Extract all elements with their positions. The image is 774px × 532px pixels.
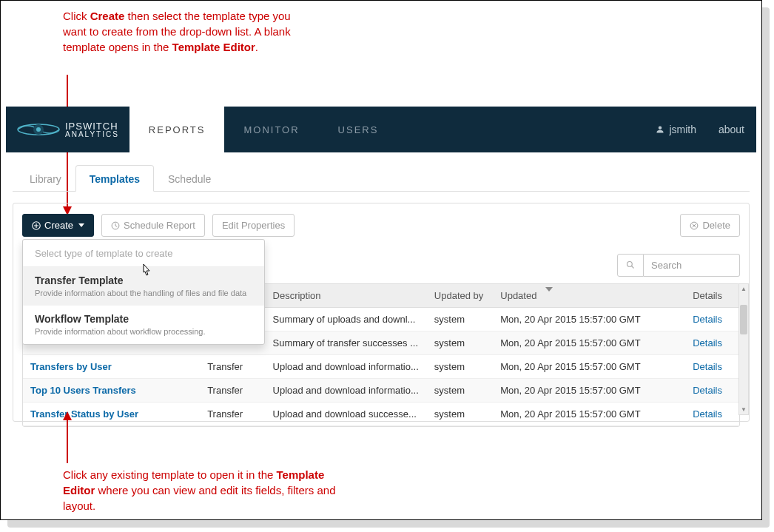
cell-updated: Mon, 20 Apr 2015 15:57:00 GMT — [493, 331, 685, 355]
svg-point-4 — [36, 127, 41, 132]
brand-line1: IPSWITCH — [65, 121, 119, 131]
cell-desc: Summary of uploads and downl... — [266, 308, 427, 331]
search-button[interactable] — [617, 254, 644, 277]
nav-tab-reports[interactable]: REPORTS — [129, 107, 225, 152]
create-dropdown: Select type of template to create Transf… — [22, 239, 265, 345]
subtab-templates[interactable]: Templates — [75, 165, 154, 192]
delete-button[interactable]: Delete — [680, 214, 740, 237]
cell-type: Transfer — [200, 379, 265, 403]
brand-line2: ANALYTICS — [65, 131, 119, 138]
brand-logo: IPSWITCH ANALYTICS — [6, 107, 129, 152]
details-link[interactable]: Details — [693, 385, 722, 396]
cell-desc: Upload and download successe... — [266, 403, 427, 426]
cell-updated-by: system — [427, 308, 493, 331]
cell-updated-by: system — [427, 379, 493, 403]
details-link[interactable]: Details — [693, 408, 722, 420]
scroll-down-icon: ▼ — [739, 406, 748, 413]
details-link[interactable]: Details — [693, 361, 722, 372]
cell-desc: Summary of transfer successes ... — [266, 331, 427, 355]
annotation-bottom: Click any existing template to open it i… — [63, 467, 344, 514]
details-link[interactable]: Details — [693, 314, 722, 325]
table-row: Top 10 Users TransfersTransferUpload and… — [23, 379, 739, 403]
cell-type: Transfer — [200, 403, 265, 426]
schedule-report-button[interactable]: Schedule Report — [101, 214, 205, 237]
plus-circle-icon — [32, 221, 41, 230]
edit-properties-button[interactable]: Edit Properties — [212, 214, 295, 237]
scrollbar-thumb[interactable] — [740, 305, 747, 334]
search-icon — [626, 260, 635, 269]
cell-updated-by: system — [427, 331, 493, 355]
sort-desc-icon — [545, 287, 553, 292]
th-updated-by[interactable]: Updated by — [427, 284, 493, 308]
cell-updated: Mon, 20 Apr 2015 15:57:00 GMT — [493, 308, 685, 331]
th-description[interactable]: Description — [266, 284, 427, 308]
scroll-up-icon: ▲ — [739, 286, 748, 292]
svg-point-8 — [627, 262, 633, 267]
search-input[interactable] — [644, 254, 740, 277]
clock-icon — [111, 221, 120, 230]
nav-tab-monitor[interactable]: MONITOR — [224, 107, 318, 152]
th-updated[interactable]: Updated — [493, 284, 685, 308]
cursor-pointer-icon — [139, 263, 152, 279]
table-row: Transfer Status by UserTransferUpload an… — [23, 403, 739, 426]
nav-user[interactable]: jsmith — [656, 124, 696, 135]
cell-updated-by: system — [427, 355, 493, 379]
x-circle-icon — [690, 221, 699, 230]
cell-desc: Upload and download informatio... — [266, 379, 427, 403]
cell-updated: Mon, 20 Apr 2015 15:57:00 GMT — [493, 403, 685, 426]
subtab-schedule[interactable]: Schedule — [154, 165, 225, 192]
th-details[interactable]: Details — [685, 284, 739, 308]
user-icon — [656, 125, 664, 134]
scrollbar[interactable]: ▲ ▼ — [738, 283, 749, 415]
subtab-library[interactable]: Library — [16, 165, 75, 192]
chevron-down-icon — [78, 223, 84, 227]
svg-line-9 — [632, 266, 634, 269]
main-navbar: IPSWITCH ANALYTICS REPORTS MONITOR USERS… — [6, 107, 756, 152]
nav-about[interactable]: about — [719, 124, 744, 135]
cell-desc: Upload and download informatio... — [266, 355, 427, 379]
content-panel: Create Schedule Report Edit Properties D… — [13, 203, 750, 422]
cell-updated: Mon, 20 Apr 2015 15:57:00 GMT — [493, 379, 685, 403]
annotation-top: Click Create then select the template ty… — [63, 8, 314, 55]
template-name-link[interactable]: Transfers by User — [30, 361, 112, 372]
ipswitch-logo-icon — [16, 121, 61, 138]
template-name-link[interactable]: Top 10 Users Transfers — [30, 385, 136, 396]
nav-tab-users[interactable]: USERS — [319, 107, 398, 152]
cell-type: Transfer — [200, 355, 265, 379]
cell-updated: Mon, 20 Apr 2015 15:57:00 GMT — [493, 355, 685, 379]
cell-updated-by: system — [427, 403, 493, 426]
create-button[interactable]: Create — [22, 214, 94, 237]
template-name-link[interactable]: Transfer Status by User — [30, 408, 138, 420]
table-row: Transfers by UserTransferUpload and down… — [23, 355, 739, 379]
dropdown-item-workflow[interactable]: Workflow Template Provide information ab… — [23, 306, 264, 344]
details-link[interactable]: Details — [693, 337, 722, 349]
